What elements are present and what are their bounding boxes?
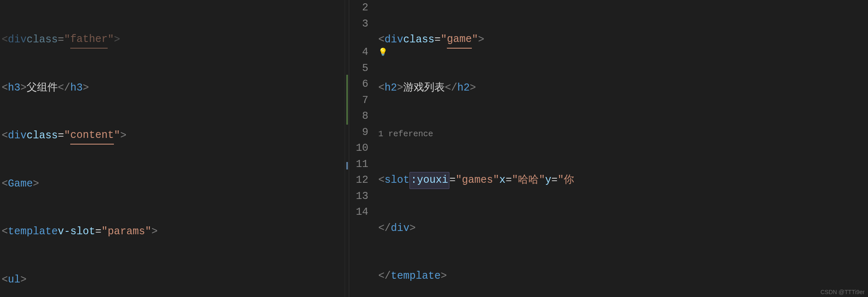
left-code[interactable]: <div class="father"> <h3>父组件</h3> <div c… — [0, 0, 349, 297]
editor-right-pane[interactable]: 2 3 4💡 5 6 7 8 9 10 11 12 13 14 <div cla… — [349, 0, 868, 297]
left-minimap[interactable] — [345, 0, 349, 297]
editor-left-pane[interactable]: <div class="father"> <h3>父组件</h3> <div c… — [0, 0, 349, 297]
right-gutter: 2 3 4💡 5 6 7 8 9 10 11 12 13 14 — [349, 0, 378, 297]
codelens-references[interactable]: 1 reference — [378, 126, 433, 142]
lightbulb-icon[interactable]: 💡 — [378, 44, 387, 61]
watermark: CSDN @TTTi9er — [821, 289, 865, 295]
right-code[interactable]: <div class="game"> <h2>游戏列表</h2> 1 refer… — [378, 0, 588, 297]
